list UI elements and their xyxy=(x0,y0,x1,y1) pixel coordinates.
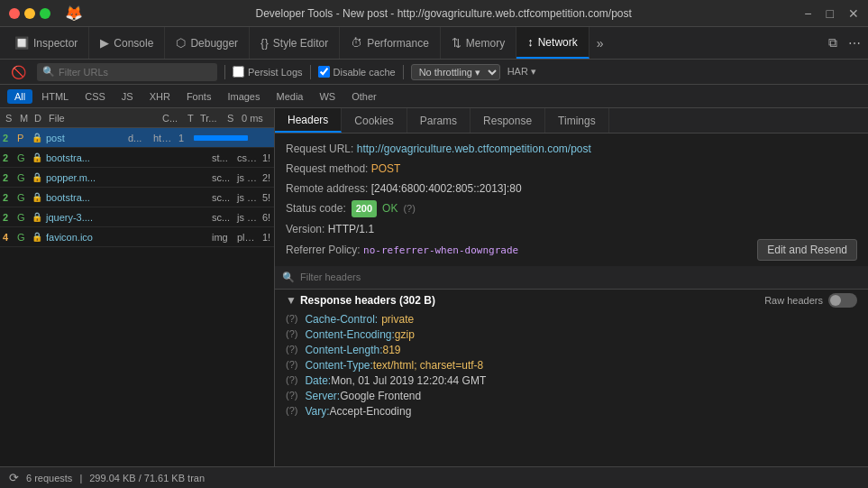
restore-icon[interactable]: □ xyxy=(827,6,834,21)
help-circle-icon[interactable]: (?) xyxy=(286,344,297,354)
help-circle-icon[interactable]: (?) xyxy=(286,374,297,385)
row-lock-icon: 🔒 xyxy=(29,192,43,202)
version-label: Version: xyxy=(286,223,324,235)
help-circle-icon[interactable]: (?) xyxy=(286,328,297,339)
help-circle-icon[interactable]: (?) xyxy=(286,359,297,370)
minimize-icon[interactable]: − xyxy=(804,6,811,21)
resp-header-value: Mon, 01 Jul 2019 12:20:44 GMT xyxy=(331,374,486,387)
raw-headers-label: Raw headers xyxy=(764,295,823,306)
har-button[interactable]: HAR ▾ xyxy=(507,66,536,78)
throttle-select[interactable]: No throttling ▾ xyxy=(411,64,500,80)
col-header-method: M xyxy=(16,113,31,124)
table-row[interactable]: 2 G 🔒 bootstra... st... cs 2... 1! xyxy=(0,148,274,168)
detach-button[interactable]: ⧉ xyxy=(825,32,841,54)
tab-console[interactable]: ▶ Console xyxy=(89,27,165,59)
tab-performance-label: Performance xyxy=(367,37,429,50)
filter-tab-xhr[interactable]: XHR xyxy=(142,89,178,104)
filter-tab-media[interactable]: Media xyxy=(269,89,310,104)
loading-icon: ⟳ xyxy=(9,471,19,484)
tab-network[interactable]: ↕ Network xyxy=(516,27,589,59)
clear-button[interactable]: 🚫 xyxy=(7,63,30,81)
filter-tab-fonts[interactable]: Fonts xyxy=(179,89,219,104)
table-row[interactable]: 2 G 🔒 jquery-3.... sc... js 2... 6! xyxy=(0,207,274,227)
toolbar-separator-3 xyxy=(403,65,404,79)
filter-headers-input[interactable] xyxy=(300,272,861,282)
settings-button[interactable]: ⋯ xyxy=(845,32,864,54)
filter-headers-icon: 🔍 xyxy=(282,272,295,283)
table-row[interactable]: 2 P 🔒 post d... ht 1... 1 xyxy=(0,128,274,148)
status-help-icon[interactable]: (?) xyxy=(403,201,415,216)
row-status: 2 xyxy=(0,152,14,163)
close-x-icon[interactable]: ✕ xyxy=(848,6,859,21)
filter-url-input[interactable] xyxy=(59,67,212,78)
resp-header-content-length: (?) Content-Length: 819 xyxy=(286,344,857,356)
tab-style-editor[interactable]: {} Style Editor xyxy=(250,27,340,59)
filter-tab-css[interactable]: CSS xyxy=(78,89,113,104)
row-file: jquery-3.... xyxy=(43,212,209,223)
table-row[interactable]: 2 G 🔒 popper.m... sc... js 7... 2! xyxy=(0,168,274,188)
resp-header-name: Content-Length: xyxy=(305,344,382,356)
more-tabs-button[interactable]: » xyxy=(589,36,611,51)
disable-cache-label[interactable]: Disable cache xyxy=(318,66,396,78)
request-method-row: Request method: POST xyxy=(286,161,857,177)
tab-style-editor-label: Style Editor xyxy=(273,37,328,50)
tab-memory[interactable]: ⇅ Memory xyxy=(441,27,516,59)
referrer-policy-value: no-referrer-when-downgrade xyxy=(363,244,518,256)
status-code-badge: 200 xyxy=(352,200,377,217)
persist-logs-checkbox[interactable] xyxy=(233,66,244,78)
row-method: G xyxy=(14,172,29,183)
help-circle-icon[interactable]: (?) xyxy=(286,390,297,401)
col-header-transfer: Tr... xyxy=(196,113,224,124)
tab-inspector[interactable]: 🔲 Inspector xyxy=(4,27,89,59)
help-circle-icon[interactable]: (?) xyxy=(286,405,297,416)
disable-cache-text: Disable cache xyxy=(333,67,396,78)
resp-header-name: Content-Type: xyxy=(305,359,372,372)
detail-tab-params[interactable]: Params xyxy=(407,108,471,133)
table-row[interactable]: 4 G 🔒 favicon.ico img pl 2... 1! xyxy=(0,227,274,247)
row-lock-icon: 🔒 xyxy=(29,152,43,162)
persist-logs-label[interactable]: Persist Logs xyxy=(233,66,303,78)
request-list-header: S M D File C... T Tr... S 0 ms xyxy=(0,108,274,128)
resp-header-name: Vary: xyxy=(305,405,329,418)
help-circle-icon[interactable]: (?) xyxy=(286,313,297,324)
row-lock-icon: 🔒 xyxy=(29,133,43,143)
detail-tab-headers-label: Headers xyxy=(288,114,328,126)
tab-debugger[interactable]: ⬡ Debugger xyxy=(165,27,250,59)
request-url-row: Request URL: http://govagriculture.web.c… xyxy=(286,141,857,157)
response-headers-chevron[interactable]: ▼ xyxy=(286,294,297,307)
filter-tab-other[interactable]: Other xyxy=(344,89,384,104)
col-header-size: S xyxy=(224,113,238,124)
minimize-button[interactable] xyxy=(24,8,35,19)
resp-header-vary: (?) Vary: Accept-Encoding xyxy=(286,405,857,418)
table-row[interactable]: 2 G 🔒 bootstra... sc... js 1... 5! xyxy=(0,188,274,207)
detail-tab-response[interactable]: Response xyxy=(471,108,545,133)
disable-cache-checkbox[interactable] xyxy=(318,66,330,78)
close-button[interactable] xyxy=(9,8,20,19)
row-status: 2 xyxy=(0,192,14,203)
tab-network-label: Network xyxy=(538,36,578,49)
row-lock-icon: 🔒 xyxy=(29,212,43,222)
row-transfer: 2! xyxy=(260,172,274,183)
edit-resend-button[interactable]: Edit and Resend xyxy=(757,239,857,261)
col-header-status: S xyxy=(2,113,16,124)
tab-memory-label: Memory xyxy=(466,37,505,50)
maximize-button[interactable] xyxy=(40,8,50,19)
detail-tab-timings[interactable]: Timings xyxy=(545,108,609,133)
status-code-label: Status code: xyxy=(286,200,346,216)
resp-header-value: Google Frontend xyxy=(340,390,421,402)
row-cause: st... xyxy=(209,152,234,163)
toolbar-separator-1 xyxy=(224,65,225,79)
filter-tab-images[interactable]: Images xyxy=(220,89,267,104)
response-headers-section: ▼ Response headers (302 B) Raw headers (… xyxy=(286,293,857,418)
filter-tab-js[interactable]: JS xyxy=(114,89,141,104)
filter-icon: 🔍 xyxy=(42,66,55,78)
raw-headers-switch[interactable] xyxy=(828,293,857,308)
headers-content: Request URL: http://govagriculture.web.c… xyxy=(275,134,868,466)
resp-header-content-type: (?) Content-Type: text/html; charset=utf… xyxy=(286,359,857,372)
detail-tab-cookies[interactable]: Cookies xyxy=(342,108,407,133)
filter-tab-ws[interactable]: WS xyxy=(312,89,343,104)
filter-tab-all[interactable]: All xyxy=(7,89,32,104)
detail-tab-headers[interactable]: Headers xyxy=(275,108,342,133)
filter-tab-html[interactable]: HTML xyxy=(34,89,76,104)
tab-performance[interactable]: ⏱ Performance xyxy=(340,27,441,59)
